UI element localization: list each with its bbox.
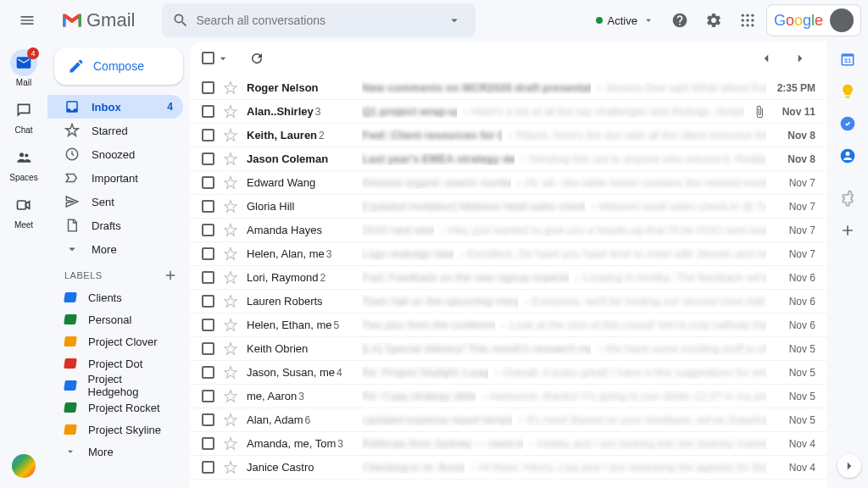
row-checkbox[interactable] [202,81,214,94]
star-button[interactable] [223,365,238,380]
mail-row[interactable]: Janice Castro Checking in re: Boston – H… [190,456,827,480]
row-checkbox[interactable] [202,390,214,402]
mail-row[interactable]: Helen, Ethan, me5 Two pics from the conf… [190,313,827,337]
side-panel: 31 [827,41,868,488]
mail-row[interactable]: Keith Obrien [LA] Special delivery! This… [190,337,827,361]
row-checkbox[interactable] [202,437,214,450]
star-button[interactable] [223,80,238,96]
nav-more[interactable]: More [47,237,183,261]
support-button[interactable] [665,5,695,36]
search-input[interactable] [196,14,437,27]
select-all[interactable] [202,52,230,65]
label-item[interactable]: Project Rocket [47,396,190,419]
row-checkbox[interactable] [202,200,214,213]
apps-button[interactable] [732,5,763,36]
nav-inbox[interactable]: Inbox 4 [47,95,183,119]
row-checkbox[interactable] [202,366,214,379]
star-button[interactable] [223,270,238,286]
rail-chat[interactable]: Chat [0,92,47,139]
row-checkbox[interactable] [202,295,214,308]
chevron-down-icon[interactable] [216,52,230,65]
star-button[interactable] [223,389,238,404]
mail-row[interactable]: Lori, Raymond2 Fwd: Feedback on the new … [190,266,827,290]
status-chip[interactable]: Active [589,11,661,30]
nav-starred[interactable]: Starred [47,119,183,142]
mail-row[interactable]: Helen, Alan, me3 Logo redesign ideas – E… [190,242,827,266]
star-button[interactable] [223,104,238,119]
label-item[interactable]: Project Hedgehog [47,374,190,396]
label-item[interactable]: Project Clover [47,330,190,352]
row-checkbox[interactable] [202,319,214,331]
star-button[interactable] [223,436,238,452]
star-button[interactable] [223,318,238,333]
mail-row[interactable]: Keith, Lauren2 Fwd: Client resources for… [190,124,827,147]
mail-row[interactable]: Edward Wang Revised organic search numbe… [190,171,827,195]
mail-row[interactable]: Lauren Roberts Town hall on the upcoming… [190,290,827,313]
mail-subject: Two pics from the conference – Look at t… [362,319,766,331]
star-button[interactable] [223,175,238,191]
refresh-button[interactable] [242,43,272,74]
mail-row[interactable]: Jason Coleman Last year's EMEA strategy … [190,147,827,171]
keep-app[interactable] [839,83,856,100]
row-checkbox[interactable] [202,176,214,189]
nav-sent[interactable]: Sent [47,190,183,214]
plus-icon[interactable] [163,268,178,283]
calendar-app[interactable]: 31 [839,51,856,68]
main-menu-button[interactable] [7,0,47,41]
label-item[interactable]: Project Skyline [47,419,190,441]
nav-snoozed[interactable]: Snoozed [47,142,183,166]
spaces-icon [15,149,32,166]
row-checkbox[interactable] [202,105,214,118]
mail-row[interactable]: Roger Nelson New comments on MCR2020 dra… [190,76,827,100]
mail-row[interactable]: Alan, Adam6 Updated expense report templ… [190,408,827,432]
row-checkbox[interactable] [202,271,214,284]
label-item[interactable]: More [47,441,190,463]
rail-spaces[interactable]: Spaces [0,139,47,186]
row-checkbox[interactable] [202,152,214,165]
addons-app[interactable] [839,190,856,207]
contacts-app[interactable] [839,147,856,164]
next-page-button[interactable] [785,43,815,74]
star-button[interactable] [223,413,238,428]
row-checkbox[interactable] [202,224,214,236]
rail-chat-status[interactable] [12,454,36,478]
row-checkbox[interactable] [202,247,214,260]
mail-row[interactable]: Gloria Hill [Updated invitation] Midwest… [190,195,827,219]
nav-drafts[interactable]: Drafts [47,214,183,237]
search-options-button[interactable] [443,9,465,31]
google-account[interactable]: Google [766,4,861,36]
row-checkbox[interactable] [202,342,214,355]
row-checkbox[interactable] [202,129,214,141]
star-button[interactable] [223,294,238,309]
gmail-logo[interactable]: Gmail [61,9,135,31]
row-checkbox[interactable] [202,413,214,426]
star-button[interactable] [223,223,238,238]
label-item[interactable]: Clients [47,286,190,308]
mail-row[interactable]: Amanda Hayes OOO next week – Hey, just w… [190,219,827,242]
star-button[interactable] [223,152,238,167]
prev-page-button[interactable] [751,43,782,74]
chat-icon [15,102,32,119]
star-button[interactable] [223,128,238,143]
star-button[interactable] [223,199,238,214]
get-addons[interactable] [839,222,856,239]
label-item[interactable]: Personal [47,308,190,330]
mail-row[interactable]: me, Aaron3 Re: Copy strategy slides? – A… [190,385,827,408]
row-checkbox[interactable] [202,461,214,474]
rail-meet[interactable]: Meet [0,186,47,234]
nav-important[interactable]: Important [47,166,183,190]
mail-list[interactable]: Roger Nelson New comments on MCR2020 dra… [190,76,827,488]
settings-button[interactable] [698,5,729,36]
star-button[interactable] [223,247,238,262]
star-button[interactable] [223,341,238,357]
tasks-app[interactable] [839,115,856,132]
side-panel-toggle[interactable] [837,454,861,478]
star-button[interactable] [223,460,238,475]
mail-row[interactable]: Alan..Shirley3 Q1 project wrap-up – Here… [190,100,827,124]
label-item[interactable]: Project Dot [47,352,190,374]
compose-button[interactable]: Compose [54,47,183,85]
rail-mail[interactable]: Mail 4 [0,44,47,92]
mail-row[interactable]: Jason, Susan, me4 Re: Project Skylight 1… [190,361,827,385]
mail-row[interactable]: Amanda, me, Tom3 Referrals from Sydney —… [190,432,827,456]
search-bar[interactable] [162,3,476,37]
